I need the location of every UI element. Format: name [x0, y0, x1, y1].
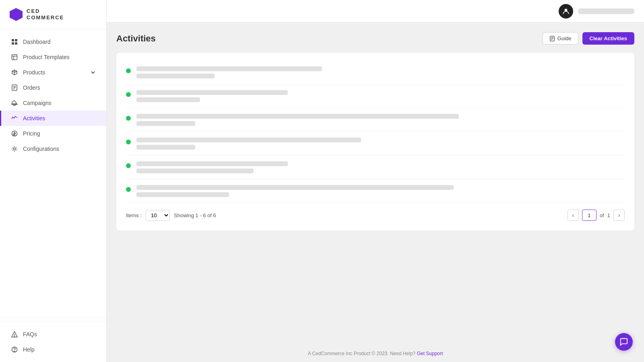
activity-line-2	[136, 74, 215, 78]
campaigns-icon	[11, 99, 18, 107]
sidebar-item-orders[interactable]: Orders	[0, 80, 106, 95]
activity-content	[136, 138, 625, 150]
showing-text: Showing 1 - 6 of 6	[174, 212, 216, 218]
svg-point-18	[14, 351, 14, 352]
pricing-icon	[11, 130, 18, 137]
activity-line-1	[136, 66, 322, 71]
sidebar-item-dashboard[interactable]: Dashboard	[0, 34, 106, 49]
activity-line-2	[136, 169, 254, 173]
sidebar-item-label: Product Templates	[23, 54, 70, 60]
sidebar-item-label: FAQs	[23, 331, 37, 337]
faqs-icon	[11, 331, 18, 338]
svg-rect-2	[12, 42, 14, 45]
sidebar: CED COMMERCE Dashboard Product Templates…	[0, 0, 107, 362]
svg-rect-11	[12, 104, 17, 105]
svg-rect-3	[15, 42, 17, 45]
prev-page-button[interactable]: ‹	[568, 210, 579, 221]
sidebar-item-campaigns[interactable]: Campaigns	[0, 95, 106, 111]
user-name-placeholder	[578, 8, 634, 14]
activity-status-dot	[126, 187, 131, 192]
activities-card: Items : 10 25 50 100 Showing 1 - 6 of 6 …	[116, 53, 634, 230]
sidebar-item-label: Campaigns	[23, 100, 52, 106]
sidebar-item-label: Activities	[23, 115, 45, 121]
next-page-button[interactable]: ›	[613, 210, 625, 221]
nav-bottom: FAQs Help	[0, 321, 106, 362]
sidebar-item-label: Products	[23, 69, 45, 76]
chat-bubble[interactable]	[615, 333, 633, 351]
svg-rect-1	[15, 39, 17, 41]
support-link[interactable]: Get Support	[417, 351, 443, 356]
products-icon	[11, 69, 18, 76]
activity-status-dot	[126, 140, 131, 144]
sidebar-item-label: Pricing	[23, 130, 40, 137]
sidebar-item-configurations[interactable]: Configurations	[0, 141, 106, 156]
activities-icon	[11, 115, 18, 122]
activity-line-2	[136, 97, 200, 102]
activity-line-1	[136, 185, 454, 190]
svg-rect-4	[12, 55, 17, 60]
nav-items: Dashboard Product Templates Products Ord…	[0, 29, 106, 315]
template-icon	[11, 53, 18, 61]
sidebar-item-products[interactable]: Products	[0, 65, 106, 80]
sidebar-item-faqs[interactable]: FAQs	[0, 327, 106, 342]
chevron-down-icon	[89, 69, 97, 76]
content-area: Activities Guide Clear Activities	[107, 23, 644, 345]
activity-line-1	[136, 114, 459, 119]
activity-content	[136, 90, 625, 102]
svg-point-16	[14, 336, 14, 336]
page-number-input[interactable]	[582, 210, 597, 221]
nav-separator	[0, 318, 106, 318]
header-actions: Guide Clear Activities	[543, 32, 634, 45]
activity-line-2	[136, 121, 195, 126]
dashboard-icon	[11, 38, 18, 45]
items-label: Items :	[126, 212, 142, 218]
pagination-bar: Items : 10 25 50 100 Showing 1 - 6 of 6 …	[126, 203, 625, 222]
page-header: Activities Guide Clear Activities	[116, 32, 634, 45]
logo-icon	[10, 8, 23, 21]
activity-content	[136, 114, 625, 126]
activity-item	[126, 61, 625, 84]
activity-content	[136, 185, 625, 197]
total-pages: 1	[607, 212, 610, 218]
sidebar-item-label: Orders	[23, 84, 40, 91]
avatar	[559, 4, 573, 19]
sidebar-item-label: Configurations	[23, 146, 59, 152]
activity-content	[136, 161, 625, 173]
activity-line-2	[136, 192, 229, 197]
page-title: Activities	[116, 33, 156, 44]
footer-text: A CedCommerce Inc Product © 2023. Need H…	[308, 351, 416, 356]
help-icon	[11, 346, 18, 353]
sidebar-item-help[interactable]: Help	[0, 342, 106, 357]
activity-line-1	[136, 161, 288, 166]
clear-activities-button[interactable]: Clear Activities	[582, 32, 634, 45]
logo-text: CED COMMERCE	[27, 8, 64, 21]
activity-content	[136, 66, 625, 78]
activity-line-1	[136, 138, 361, 142]
activity-status-dot	[126, 116, 131, 121]
activity-item	[126, 179, 625, 203]
sidebar-item-pricing[interactable]: Pricing	[0, 126, 106, 141]
pagination-left: Items : 10 25 50 100 Showing 1 - 6 of 6	[126, 210, 216, 221]
pagination-right: ‹ of 1 ›	[568, 210, 625, 221]
svg-point-13	[14, 148, 16, 150]
page-of-label: of	[600, 212, 604, 218]
top-bar	[107, 0, 644, 23]
sidebar-item-label: Help	[23, 346, 35, 353]
activity-item	[126, 108, 625, 132]
user-area	[559, 4, 634, 19]
logo-area[interactable]: CED COMMERCE	[0, 0, 106, 29]
activity-line-1	[136, 90, 288, 95]
orders-icon	[11, 84, 18, 91]
activity-line-2	[136, 145, 195, 150]
activity-item	[126, 84, 625, 108]
sidebar-item-activities[interactable]: Activities	[0, 111, 106, 126]
per-page-select[interactable]: 10 25 50 100	[146, 210, 170, 221]
guide-button[interactable]: Guide	[543, 32, 578, 45]
sidebar-item-product-templates[interactable]: Product Templates	[0, 49, 106, 65]
main-wrapper: Activities Guide Clear Activities	[107, 0, 644, 362]
activity-status-dot	[126, 92, 131, 97]
footer: A CedCommerce Inc Product © 2023. Need H…	[107, 345, 644, 362]
activity-status-dot	[126, 68, 131, 73]
svg-rect-0	[12, 39, 14, 41]
configurations-icon	[11, 145, 18, 152]
